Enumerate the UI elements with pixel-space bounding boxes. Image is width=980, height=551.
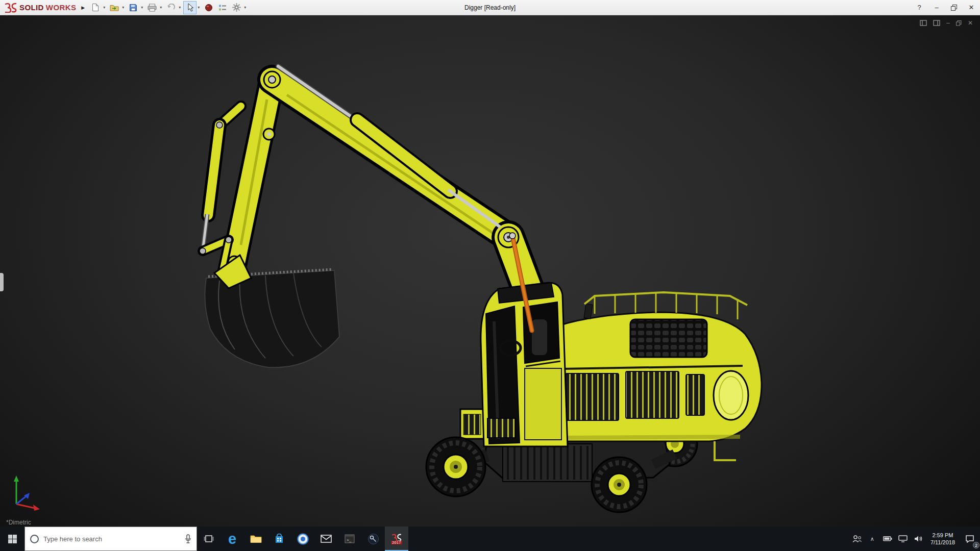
orientation-triad xyxy=(6,472,47,513)
restore-button[interactable] xyxy=(945,0,963,15)
doc-close-button[interactable]: ✕ xyxy=(968,19,973,27)
command-prompt-button[interactable]: >_ xyxy=(338,527,361,551)
window-title: Digger [Read-only] xyxy=(464,4,516,11)
doc-restore-button[interactable] xyxy=(956,20,962,26)
appearance-sphere-icon xyxy=(205,4,213,12)
print-icon xyxy=(148,4,157,12)
caret-icon[interactable]: ▾ xyxy=(160,5,162,10)
mail-envelope-icon xyxy=(321,535,332,543)
windows-logo-icon xyxy=(8,535,17,543)
excavator-cab[interactable] xyxy=(481,283,568,446)
search-input[interactable] xyxy=(43,535,180,543)
view-orientation-label: *Dimetric xyxy=(6,519,31,526)
browser-circle-icon xyxy=(297,533,309,545)
caret-icon[interactable]: ▾ xyxy=(179,5,181,10)
browser-button[interactable] xyxy=(291,527,314,551)
display-settings-button[interactable] xyxy=(216,1,229,14)
wheel-front-left[interactable] xyxy=(426,437,485,496)
task-view-icon xyxy=(204,535,214,543)
start-button[interactable] xyxy=(0,527,24,551)
open-folder-icon xyxy=(110,4,119,11)
taskbar-search[interactable] xyxy=(24,527,197,551)
menu-flyout-arrow-icon[interactable]: ▶ xyxy=(81,5,85,10)
notification-icon xyxy=(965,535,974,543)
side-vent xyxy=(566,373,619,420)
excavator-model[interactable] xyxy=(0,15,980,527)
file-explorer-button[interactable] xyxy=(244,527,267,551)
people-icon xyxy=(852,535,862,543)
display-list-icon xyxy=(218,4,227,11)
solidworks-logo: SOLIDWORKS xyxy=(0,3,79,13)
undo-button[interactable] xyxy=(164,1,178,14)
task-view-button[interactable] xyxy=(197,527,220,551)
wheel-front-center[interactable] xyxy=(592,457,647,512)
svg-text:>_: >_ xyxy=(347,538,352,542)
left-panel-tab[interactable] xyxy=(0,273,4,291)
windows-taskbar: e >_ xyxy=(0,527,980,551)
print-button[interactable] xyxy=(145,1,159,14)
save-button[interactable] xyxy=(127,1,140,14)
help-button[interactable]: ? xyxy=(911,0,928,15)
minimize-button[interactable]: – xyxy=(928,0,945,15)
ds-logo-icon xyxy=(4,3,17,13)
solidworks-taskbar-button[interactable]: 2017 xyxy=(385,527,408,551)
tray-expand-button[interactable]: ∧ xyxy=(865,527,880,551)
open-button[interactable] xyxy=(108,1,121,14)
gear-icon xyxy=(232,3,241,12)
edge-button[interactable]: e xyxy=(220,527,244,551)
taskbar-clock[interactable]: 2:59 PM 7/11/2018 xyxy=(926,527,960,551)
window-controls: ? – ✕ xyxy=(911,0,980,15)
pane-right-icon[interactable] xyxy=(933,20,940,26)
solidworks-year-badge: 2017 xyxy=(391,541,402,544)
notification-badge: 2 xyxy=(973,542,979,548)
action-center-button[interactable]: 2 xyxy=(960,527,980,551)
clock-time: 2:59 PM xyxy=(932,532,953,539)
select-arrow-icon xyxy=(187,3,193,12)
doc-minimize-button[interactable]: – xyxy=(946,19,950,27)
close-button[interactable]: ✕ xyxy=(963,0,980,15)
store-button[interactable] xyxy=(267,527,291,551)
mail-button[interactable] xyxy=(314,527,338,551)
caret-icon[interactable]: ▾ xyxy=(244,5,246,10)
clock-date: 7/11/2018 xyxy=(930,539,955,546)
microphone-icon[interactable] xyxy=(185,534,191,543)
new-document-icon xyxy=(92,3,100,12)
new-document-button[interactable] xyxy=(89,1,102,14)
seat xyxy=(532,319,547,355)
network-button[interactable] xyxy=(895,527,911,551)
command-prompt-icon: >_ xyxy=(345,534,355,543)
engine-grill xyxy=(630,319,707,357)
caret-icon[interactable]: ▾ xyxy=(141,5,143,10)
restore-icon xyxy=(951,5,957,11)
document-window-controls: – ✕ xyxy=(920,19,973,27)
caret-icon[interactable]: ▾ xyxy=(198,5,200,10)
save-icon xyxy=(129,4,137,12)
battery-icon xyxy=(883,536,892,541)
chevron-up-icon: ∧ xyxy=(870,536,874,542)
side-vent xyxy=(626,371,679,418)
caret-icon[interactable]: ▾ xyxy=(122,5,124,10)
caret-icon[interactable]: ▾ xyxy=(103,5,105,10)
app-circle-button[interactable] xyxy=(361,527,385,551)
logo-text-works: WORKS xyxy=(46,3,77,12)
battery-button[interactable] xyxy=(880,527,895,551)
select-tool-button[interactable] xyxy=(183,1,197,14)
excavator-bucket[interactable] xyxy=(205,255,339,367)
solidworks-app-icon: 2017 xyxy=(391,534,402,544)
appearance-button[interactable] xyxy=(202,1,215,14)
folder-icon xyxy=(250,534,262,543)
volume-button[interactable] xyxy=(911,527,926,551)
people-button[interactable] xyxy=(849,527,865,551)
cortana-icon xyxy=(30,535,39,543)
cab-door xyxy=(525,368,561,440)
logo-text-solid: SOLID xyxy=(19,3,44,12)
options-button[interactable] xyxy=(230,1,243,14)
app-titlebar: SOLIDWORKS ▶ ▾ ▾ ▾ xyxy=(0,0,980,15)
graphics-viewport[interactable]: – ✕ *Dimetric xyxy=(0,15,980,527)
side-vent xyxy=(686,374,704,415)
store-bag-icon xyxy=(275,534,284,544)
system-tray: ∧ 2:59 PM 7/11/2018 xyxy=(849,527,980,551)
app-circle-icon xyxy=(368,533,379,545)
pane-left-icon[interactable] xyxy=(920,20,927,26)
quick-access-toolbar: ▾ ▾ ▾ ▾ ▾ xyxy=(89,1,248,14)
